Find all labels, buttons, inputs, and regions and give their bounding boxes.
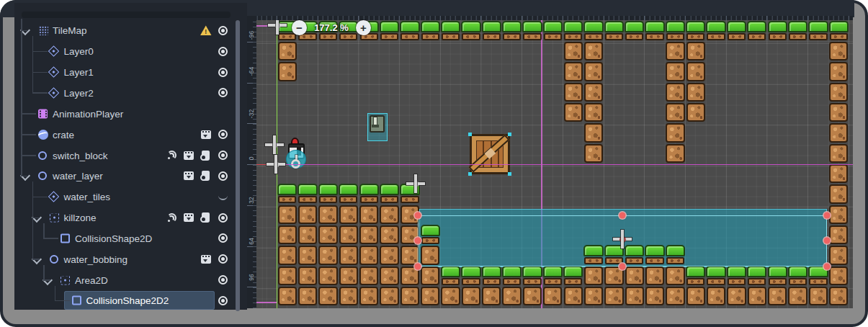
grass-tile <box>400 21 420 41</box>
dirt-tile <box>686 41 706 61</box>
dirt-tile <box>318 205 338 225</box>
ruler-vertical[interactable]: -96-64-320326496 <box>247 20 256 308</box>
dirt-tile <box>604 286 624 306</box>
eye-icon[interactable] <box>218 233 228 243</box>
canvas-2d[interactable] <box>256 20 853 308</box>
dirt-tile <box>665 122 685 143</box>
dirt-tile <box>645 286 665 306</box>
clapper-icon <box>184 171 194 180</box>
tree-connector <box>55 300 70 302</box>
selection-corner-icon <box>508 172 511 176</box>
grass-tile <box>726 266 746 286</box>
resize-handle[interactable] <box>824 264 831 270</box>
row-action-icons <box>197 20 231 41</box>
dirt-tile <box>420 286 440 306</box>
switch-block-sprite[interactable] <box>367 113 388 141</box>
tree-connector <box>43 238 58 239</box>
tree-connector <box>43 223 45 238</box>
node2d-icon <box>38 151 47 160</box>
grass-tile <box>481 266 501 286</box>
resize-handle[interactable] <box>824 238 831 244</box>
grass-tile <box>583 21 604 41</box>
position-gizmo[interactable] <box>268 20 287 35</box>
dirt-tile <box>542 286 563 306</box>
dirt-tile <box>583 286 604 306</box>
godot-editor-window: TileMapLayer0Layer1Layer2AnimationPlayer… <box>0 0 868 327</box>
scene-tree-item-killzone[interactable]: killzone <box>17 207 242 228</box>
dirt-tile <box>686 61 706 81</box>
eye-icon[interactable] <box>218 254 228 264</box>
grass-tile <box>379 21 399 41</box>
crate-sprite[interactable] <box>469 133 511 175</box>
dirt-tile <box>828 225 849 245</box>
scene-tree-scrollbar[interactable] <box>236 20 240 311</box>
dirt-tile <box>828 245 849 265</box>
eye-icon[interactable] <box>218 68 228 77</box>
eye-icon[interactable] <box>218 296 228 305</box>
scene-tree-item-layer2[interactable]: Layer2 <box>17 83 242 104</box>
tree-connector <box>21 155 36 156</box>
ruler-label: 0 <box>248 157 255 161</box>
resize-handle[interactable] <box>415 238 421 244</box>
dirt-tile <box>686 82 706 102</box>
scene-tree-item-area2d[interactable]: Area2D <box>17 269 242 290</box>
tree-connector <box>32 218 40 219</box>
scene-tree-item-water-bobbing[interactable]: water_bobbing <box>17 248 242 269</box>
resize-handle[interactable] <box>415 264 421 270</box>
player-sprite[interactable] <box>286 138 306 171</box>
clapper-icon <box>201 255 211 264</box>
scene-tree-item-animationplayer[interactable]: AnimationPlayer <box>17 103 242 124</box>
zoom-level-label[interactable]: 177.2 % <box>313 22 350 33</box>
dirt-tile <box>828 184 849 204</box>
position-gizmo[interactable] <box>613 230 632 248</box>
scene-tree-item-layer0[interactable]: Layer0 <box>17 41 242 62</box>
resize-handle[interactable] <box>415 212 421 219</box>
zoom-out-button[interactable]: − <box>292 20 307 35</box>
scene-tree-item-tilemap[interactable]: TileMap <box>17 20 242 41</box>
scene-tree[interactable]: TileMapLayer0Layer1Layer2AnimationPlayer… <box>17 20 242 311</box>
grass-tile <box>481 21 501 41</box>
switch-lever <box>374 117 377 125</box>
position-gizmo[interactable] <box>406 174 425 193</box>
dirt-tile <box>461 286 481 306</box>
scene-tree-item-collisionshape2d2[interactable]: CollisionShape2D2 <box>17 290 242 311</box>
tree-connector <box>21 30 28 32</box>
eye-icon[interactable] <box>218 275 228 285</box>
x-axis-line <box>256 164 853 166</box>
position-gizmo[interactable] <box>265 135 284 154</box>
clapper-icon <box>201 130 211 139</box>
eye-icon[interactable] <box>218 26 228 35</box>
dirt-tile <box>359 205 379 225</box>
resize-handle[interactable] <box>619 212 626 219</box>
tree-connector <box>21 19 22 176</box>
animation-icon <box>38 109 48 118</box>
eye-icon[interactable] <box>218 130 228 139</box>
eye-icon[interactable] <box>218 88 228 97</box>
dirt-tile <box>787 286 807 306</box>
grass-tile <box>686 266 706 286</box>
dirt-tile <box>828 205 849 225</box>
eye-icon[interactable] <box>218 151 228 160</box>
scene-tree-item-switch-block[interactable]: switch_block <box>17 145 242 166</box>
grass-tile <box>379 184 399 204</box>
eye-icon[interactable] <box>218 171 228 181</box>
dirt-tile <box>828 122 849 143</box>
resize-handle[interactable] <box>619 264 626 270</box>
dirt-tile <box>277 245 297 265</box>
guide-line-bottom[interactable] <box>256 302 277 303</box>
filter-box-edge[interactable] <box>22 12 231 18</box>
scene-tree-item-crate[interactable]: crate <box>17 124 242 145</box>
dirt-tile <box>706 286 726 306</box>
eye-icon[interactable] <box>218 213 228 223</box>
eye-icon[interactable] <box>218 47 228 56</box>
scene-tree-item-water-layer[interactable]: water_layer <box>17 166 242 187</box>
signal-icon <box>167 151 177 160</box>
eye-closed-icon[interactable] <box>218 194 228 200</box>
position-gizmo[interactable] <box>267 155 285 174</box>
zoom-in-button[interactable]: + <box>356 20 371 35</box>
scene-tree-item-water-tiles[interactable]: water_tiles <box>17 187 242 207</box>
resize-handle[interactable] <box>824 212 831 219</box>
dirt-tile <box>379 225 399 245</box>
switch-box <box>370 115 385 133</box>
scene-tree-item-layer1[interactable]: Layer1 <box>17 62 242 83</box>
